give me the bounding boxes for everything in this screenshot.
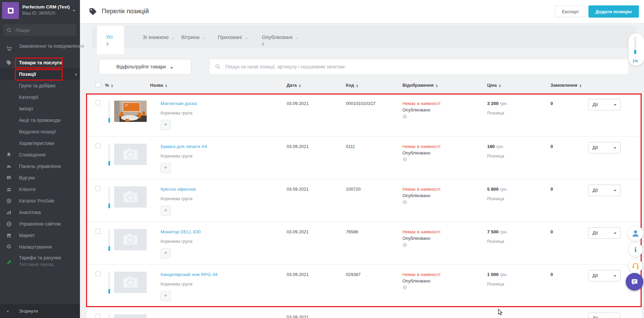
globe-icon bbox=[402, 242, 407, 249]
sidebar-item-deleted[interactable]: Видалені позиції bbox=[0, 126, 80, 137]
chevron-down-icon[interactable]: ⌄ bbox=[72, 7, 76, 12]
sidebar-item-import[interactable]: Імпорт bbox=[0, 103, 80, 114]
tab-all-count: 6 bbox=[106, 42, 109, 46]
published-status: Опубліковано bbox=[402, 107, 431, 112]
chevron-down-icon: ⌄ bbox=[613, 101, 617, 106]
add-image-button[interactable]: + bbox=[161, 120, 171, 130]
price-type: Розница bbox=[487, 196, 504, 201]
profile-progress-widget[interactable]: 1% bbox=[628, 33, 644, 66]
sidebar-item-dashboard[interactable]: Панель управління bbox=[0, 161, 80, 172]
sidebar-item-clients[interactable]: Клієнти bbox=[0, 184, 80, 195]
price: 180грн. bbox=[487, 144, 504, 149]
sidebar-item-tariffs[interactable]: Тарифи та рахунки Тестовий період bbox=[0, 253, 80, 271]
fill-level-bar bbox=[108, 229, 110, 251]
tab-discount[interactable]: Зі знижкою⌄ bbox=[143, 34, 175, 40]
row-checkbox[interactable] bbox=[96, 314, 101, 318]
actions-select[interactable]: Дії⌄ bbox=[588, 270, 621, 281]
add-image-button[interactable]: + bbox=[161, 291, 171, 301]
sidebar-item-settings[interactable]: ⚙ Налаштування bbox=[0, 241, 80, 253]
sidebar-item-orders[interactable]: Замовлення та повідомлення bbox=[0, 40, 80, 57]
add-position-button[interactable]: Додати позицію bbox=[588, 5, 639, 18]
actions-select[interactable]: Дії⌄ bbox=[588, 313, 621, 318]
product-link[interactable]: Кресло офисное bbox=[161, 187, 196, 192]
add-image-button[interactable]: + bbox=[161, 248, 171, 258]
sidebar-item-reviews[interactable]: Відгуки bbox=[0, 172, 80, 184]
product-link[interactable]: Монитор DELL 830 bbox=[161, 229, 201, 234]
row-checkbox[interactable] bbox=[96, 100, 101, 105]
tab-all[interactable]: Усі 6 bbox=[97, 26, 124, 54]
product-photo-placeholder[interactable] bbox=[114, 314, 147, 318]
availability-status: Немає в наявності bbox=[402, 101, 440, 106]
info-widget-button[interactable]: i bbox=[628, 242, 643, 257]
sidebar-item-site[interactable]: Управління сайтом bbox=[0, 218, 80, 230]
actions-select[interactable]: Дії⌄ bbox=[588, 227, 621, 239]
table-search[interactable] bbox=[209, 59, 629, 75]
logo-square-icon bbox=[8, 8, 14, 14]
column-date[interactable]: Дата▲▼ bbox=[287, 83, 301, 88]
product-photo-placeholder[interactable] bbox=[114, 272, 147, 293]
sidebar-item-analytics[interactable]: Аналітика bbox=[0, 207, 80, 218]
product-link[interactable]: Бумага для печати А4 bbox=[161, 144, 207, 149]
sidebar-search-input[interactable] bbox=[15, 27, 73, 33]
sidebar-item-prosale[interactable]: Каталог ProSale bbox=[0, 195, 80, 207]
sidebar-item-market[interactable]: Маркет bbox=[0, 230, 80, 241]
chevron-down-icon: ⌄ bbox=[613, 230, 617, 235]
select-all-checkbox[interactable] bbox=[96, 82, 101, 87]
support-widget-button[interactable] bbox=[628, 259, 643, 273]
sidebar-item-categories[interactable]: Категорії bbox=[0, 91, 80, 103]
row-checkbox[interactable] bbox=[96, 186, 101, 191]
sort-icon: ▲▼ bbox=[111, 84, 113, 87]
add-image-button[interactable]: + bbox=[161, 206, 171, 216]
availability-status: Немає в наявності bbox=[402, 187, 440, 192]
comment-icon bbox=[5, 172, 13, 184]
product-photo-placeholder[interactable] bbox=[114, 229, 147, 250]
search-icon bbox=[215, 64, 221, 69]
column-name[interactable]: Назва▲▼ bbox=[150, 83, 167, 88]
column-percent[interactable]: %▲▼ bbox=[105, 83, 113, 88]
sidebar-item-groups[interactable]: Групи та добірки bbox=[0, 80, 80, 91]
tab-published-count: 6 bbox=[262, 42, 264, 47]
filter-products-button[interactable]: Відфільтруйте товари ⌄ bbox=[99, 59, 191, 75]
product-photo-placeholder[interactable] bbox=[114, 144, 147, 165]
orders-count: 0 bbox=[550, 229, 553, 234]
column-code[interactable]: Код▲▼ bbox=[346, 83, 358, 88]
sidebar-item-promos[interactable]: Акції та промокоди bbox=[0, 114, 80, 126]
chat-widget-button[interactable] bbox=[626, 273, 643, 291]
actions-select[interactable]: Дії⌄ bbox=[588, 99, 621, 110]
actions-select[interactable]: Дії⌄ bbox=[588, 142, 621, 153]
column-price[interactable]: Ціна▲▼ bbox=[487, 83, 501, 88]
product-link[interactable]: Канцелярский нож RPG-34 bbox=[161, 272, 217, 277]
table-row: Канцелярский нож RPG-34 Коренева група +… bbox=[87, 264, 642, 307]
app-logo[interactable] bbox=[2, 2, 19, 19]
table-search-input[interactable] bbox=[225, 64, 623, 70]
export-button[interactable]: Експорт bbox=[555, 6, 586, 17]
fill-level-bar bbox=[108, 187, 110, 208]
product-photo[interactable] bbox=[114, 101, 147, 122]
tab-published[interactable]: Опубліковані⌄ bbox=[262, 34, 298, 40]
product-photo-placeholder[interactable] bbox=[114, 186, 147, 208]
tab-showcase[interactable]: Вітрина⌄ bbox=[181, 34, 206, 40]
fill-level-bar bbox=[108, 315, 110, 318]
tab-hidden[interactable]: Приховані⌄ bbox=[218, 34, 248, 40]
sidebar-item-notifications[interactable]: Сповіщення bbox=[0, 149, 80, 161]
collapse-sidebar-button[interactable]: ‹ Згорнути bbox=[0, 304, 80, 318]
bell-icon bbox=[5, 149, 13, 161]
sidebar-item-characteristics[interactable]: Характеристики bbox=[0, 137, 80, 149]
row-date: 03.09.2021 bbox=[287, 229, 309, 234]
column-orders[interactable]: Замовлення▲▼ bbox=[550, 83, 582, 88]
row-code: 100720 bbox=[346, 187, 360, 192]
published-status: Опубліковано bbox=[402, 193, 431, 198]
column-display[interactable]: Відображення▲▼ bbox=[402, 83, 438, 88]
row-checkbox[interactable] bbox=[96, 229, 101, 234]
sidebar-search[interactable] bbox=[3, 24, 77, 36]
product-group: Коренева група bbox=[161, 281, 192, 287]
row-checkbox[interactable] bbox=[96, 271, 101, 276]
chevron-down-icon: ⌄ bbox=[613, 144, 617, 149]
row-checkbox[interactable] bbox=[96, 143, 101, 148]
manager-widget-button[interactable] bbox=[628, 226, 643, 241]
sidebar-item-products[interactable]: Товари та послуги bbox=[0, 57, 80, 68]
product-link[interactable]: Магнитная доска bbox=[161, 101, 197, 106]
actions-select[interactable]: Дії⌄ bbox=[588, 185, 621, 196]
add-image-button[interactable]: + bbox=[161, 163, 171, 173]
sidebar-item-positions[interactable]: Позиції › bbox=[0, 68, 80, 80]
